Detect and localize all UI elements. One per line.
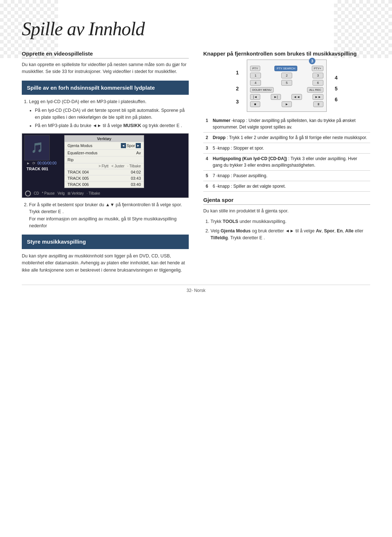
desc-num-3: 3 (203, 143, 211, 154)
btn-2: 2 (281, 73, 292, 78)
steps-list-2: For å spille et bestemt spor bruker du ▲… (22, 202, 189, 230)
album-art: 🎵 (24, 135, 50, 160)
btn-next: ►| (271, 94, 281, 100)
verktoy-row-rip: Rip (65, 156, 144, 163)
remote-row-dolby: DOLBY MENU ALL REC (250, 87, 323, 93)
desc-text-6: 6 -knapp : Spiller av det valgte sporet. (211, 181, 370, 192)
desc-table-body: 1 Nummer -knapp : Under avspilling på sp… (203, 115, 370, 192)
step-1: Legg en lyd-CD (CD-DA) eller en MP3-plat… (29, 98, 189, 130)
section3-text: Du kan styre avspilling av musikkinnhold… (22, 253, 189, 274)
remote-row-playback: ■ ► ⏸ (250, 101, 323, 107)
num-label-3: 3 (236, 99, 239, 105)
verktoy-panel: Verktøy Gjenta Modus ◄ Spor ► Equalizer-… (64, 135, 144, 188)
num-label-6: 6 (335, 97, 338, 102)
verktoy-nav-row: > Flytt < Juster · Tilbake (65, 163, 144, 169)
btn-6: 6 (313, 80, 323, 86)
time-display: 00:00/00:00 (37, 161, 57, 165)
btn-play: ► (282, 101, 292, 107)
nav-arrows-gjenta: ◄ Spor ► (121, 143, 141, 148)
desc-text-3: 5 -knapp : Stopper et spor. (211, 143, 370, 154)
remote-row-skip: |◄ ►| ◄◄ ►► (250, 94, 323, 100)
ui-main-area: 🎵 ► ⟳ 00:00/00:00 TRACK 001 Verk (22, 134, 188, 190)
circle-3-indicator: 3 (309, 58, 315, 64)
desc-num-1: 1 (203, 115, 211, 133)
desc-row-6: 6 6 -knapp : Spiller av det valgte spore… (203, 181, 370, 192)
track-name: TRACK 001 (26, 167, 62, 171)
page-footer: 32- Norsk (22, 285, 370, 293)
btn-pause: ⏸ (313, 101, 323, 107)
desc-text-5: 7 -knapp : Pauser avspilling. (211, 171, 370, 181)
page-title: Spille av Innhold (22, 18, 370, 40)
desc-row-3: 3 5 -knapp : Stopper et spor. (203, 143, 370, 154)
gjenta-intro: Du kan stille inn produktet til å gjenta… (203, 208, 370, 215)
desc-text-2: Dropp : Trykk 1 eller 2 under avspilling… (211, 133, 370, 143)
verktoy-header: Verktøy (65, 135, 144, 142)
btn-ptysearch: PTY SEARCH (274, 66, 297, 71)
btn-pty2: PTY+ (312, 66, 323, 71)
desc-row-2: 2 Dropp : Trykk 1 eller 2 under avspilli… (203, 133, 370, 143)
remote-row-numbers2: 4 5 6 (250, 80, 323, 86)
desc-text-1: Nummer -knapp : Under avspilling på spil… (211, 115, 370, 133)
steps-list: Legg en lyd-CD (CD-DA) eller en MP3-plat… (22, 98, 189, 130)
btn-3: 3 (313, 73, 323, 78)
btn-allrec: ALL REC (307, 87, 323, 93)
gjenta-step-1: Trykk TOOLS under musikkavspilling. (211, 218, 370, 225)
btn-ff: ►► (313, 94, 323, 100)
arrow-right: ► (136, 143, 141, 148)
verktoy-track6: TRACK 006 03:40 (65, 182, 144, 188)
section-heading-videospilleliste: Opprette en videospilleliste (22, 50, 189, 58)
bullet-1: På en lyd-CD (CD-DA) vil det første spor… (35, 107, 189, 121)
step-2: For å spille et bestemt spor bruker du ▲… (29, 202, 189, 230)
bullet-list: På en lyd-CD (CD-DA) vil det første spor… (29, 107, 189, 130)
desc-row-5: 5 7 -knapp : Pauser avspilling. (203, 171, 370, 181)
gjenta-step-2: Velg Gjenta Modus og bruk deretter ◄► ti… (211, 228, 370, 242)
desc-num-6: 6 (203, 181, 211, 192)
desc-num-4: 4 (203, 154, 211, 171)
btn-prev: |◄ (250, 94, 260, 100)
desc-num-2: 2 (203, 133, 211, 143)
bullet-2: På en MP3-plate å du bruke ◄► til å velg… (35, 122, 189, 129)
music-note-icon: 🎵 (31, 142, 44, 154)
left-column: Opprette en videospilleliste Du kan oppr… (22, 50, 189, 277)
banner-heading-styre: Styre musikkavspilling (22, 235, 189, 249)
banner-heading-lydplate: Spille av en forh ndsinnspilt kommersiel… (22, 81, 189, 95)
btn-dolby: DOLBY MENU (250, 87, 274, 93)
arrow-left: ◄ (121, 143, 126, 148)
verktoy-row-equalizer: Equalizer-modus Av (65, 150, 144, 156)
num-label-5: 5 (335, 86, 338, 91)
btn-rew: ◄◄ (291, 94, 302, 100)
btn-1: 1 (250, 73, 261, 78)
remote-box: 3 PTY PTY SEARCH PTY+ 1 2 3 (247, 60, 327, 112)
num-label-1: 1 (236, 70, 239, 76)
desc-table: 1 Nummer -knapp : Under avspilling på sp… (203, 115, 370, 192)
verktoy-row-gjenta: Gjenta Modus ◄ Spor ► (65, 142, 144, 150)
btn-pty: PTY (250, 66, 260, 71)
verktoy-track4: TRACK 004 04:02 (65, 169, 144, 175)
playback-row: ► ⟳ 00:00/00:00 (24, 160, 64, 166)
btn-5: 5 (281, 80, 292, 86)
section-heading-remote: Knapper på fjernkontrollen som brukes ti… (203, 50, 370, 57)
btn-4: 4 (250, 80, 261, 86)
section1-text: Du kan opprette en spilleliste for video… (22, 61, 189, 76)
ui-screenshot: 🎵 ► ⟳ 00:00/00:00 TRACK 001 Verk (22, 133, 189, 198)
page-number: 32- Norsk (187, 288, 205, 293)
right-column: Knapper på fjernkontrollen som brukes ti… (203, 50, 370, 277)
desc-num-5: 5 (203, 171, 211, 181)
remote-area: 1 2 3 4 5 6 3 PTY PTY SEARCH PTY+ (203, 60, 370, 112)
gjenta-steps: Trykk TOOLS under musikkavspilling. Velg… (203, 218, 370, 241)
ui-bottom-bar: CD * Pause Velg ⊞ Verktøy · Tilbake (22, 190, 188, 198)
verktoy-track5: TRACK 005 03:43 (65, 175, 144, 182)
cd-icon (25, 191, 31, 196)
track-info: TRACK 001 (24, 166, 64, 188)
step2-note: For mer informasjon om avspilling av mus… (29, 216, 176, 228)
btn-stop: ■ (250, 101, 260, 107)
num-label-2: 2 (236, 86, 239, 91)
num-label-4: 4 (335, 75, 338, 81)
section-heading-gjenta: Gjenta spor (203, 197, 370, 205)
desc-row-4: 4 Hurtigspoling (Kun lyd-CD [CD-DA]) : T… (203, 154, 370, 171)
remote-row-numbers: 1 2 3 (250, 73, 323, 78)
remote-row-pty: PTY PTY SEARCH PTY+ (250, 66, 323, 71)
desc-text-4: Hurtigspoling (Kun lyd-CD [CD-DA]) : Try… (211, 154, 370, 171)
desc-row-1: 1 Nummer -knapp : Under avspilling på sp… (203, 115, 370, 133)
